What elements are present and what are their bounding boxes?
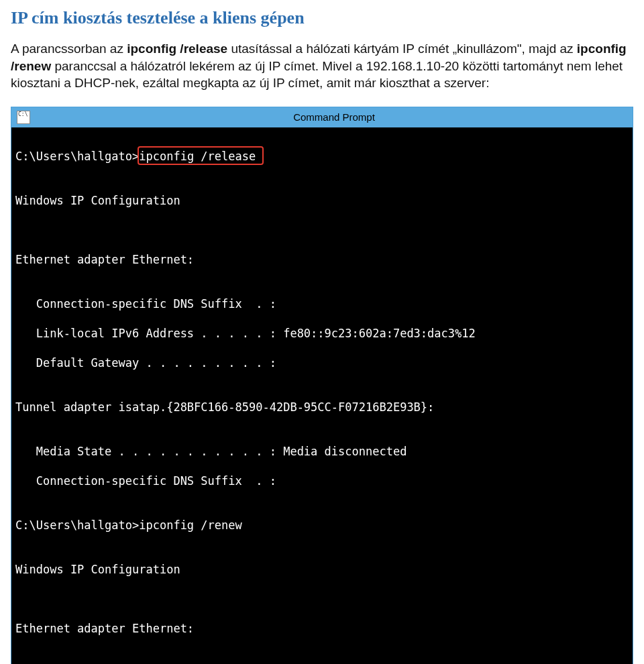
term-line: Link-local IPv6 Address . . . . . : fe80… — [15, 326, 629, 341]
command-prompt-window: Command Prompt C:\Users\hallgato>ipconfi… — [11, 107, 633, 664]
para-text-3: paranccsal a hálózatról lekérem az új IP… — [11, 59, 623, 91]
description-paragraph: A parancssorban az ipconfig /release uta… — [11, 40, 633, 92]
term-line: C:\Users\hallgato>ipconfig /renew — [15, 518, 629, 533]
section-heading: IP cím kiosztás tesztelése a kliens gépe… — [11, 8, 633, 28]
term-line: Connection-specific DNS Suffix . : — [15, 474, 629, 488]
term-line: Connection-specific DNS Suffix . : — [15, 296, 629, 311]
prompt-text: C:\Users\hallgato> — [15, 150, 139, 163]
term-line: Windows IP Configuration — [15, 562, 629, 577]
term-line: Default Gateway . . . . . . . . . : — [15, 355, 629, 370]
cmd-release: ipconfig /release — [139, 150, 256, 163]
term-line: Ethernet adapter Ethernet: — [15, 621, 629, 636]
para-text-1: A parancssorban az — [11, 42, 127, 56]
para-text-2: utasítással a hálózati kártyám IP címét … — [227, 42, 577, 56]
term-line: Media State . . . . . . . . . . . : Medi… — [15, 444, 629, 459]
window-titlebar[interactable]: Command Prompt — [11, 107, 633, 127]
term-line: Ethernet adapter Ethernet: — [15, 252, 629, 267]
window-title: Command Prompt — [36, 111, 633, 123]
term-line: Windows IP Configuration — [15, 193, 629, 208]
term-line: Tunnel adapter isatap.{28BFC166-8590-42D… — [15, 400, 629, 414]
term-line: C:\Users\hallgato>ipconfig /release — [15, 149, 629, 164]
system-menu-icon[interactable] — [17, 111, 30, 124]
para-bold-release: ipconfig /release — [127, 42, 227, 56]
terminal-output[interactable]: C:\Users\hallgato>ipconfig /release Wind… — [11, 127, 633, 664]
